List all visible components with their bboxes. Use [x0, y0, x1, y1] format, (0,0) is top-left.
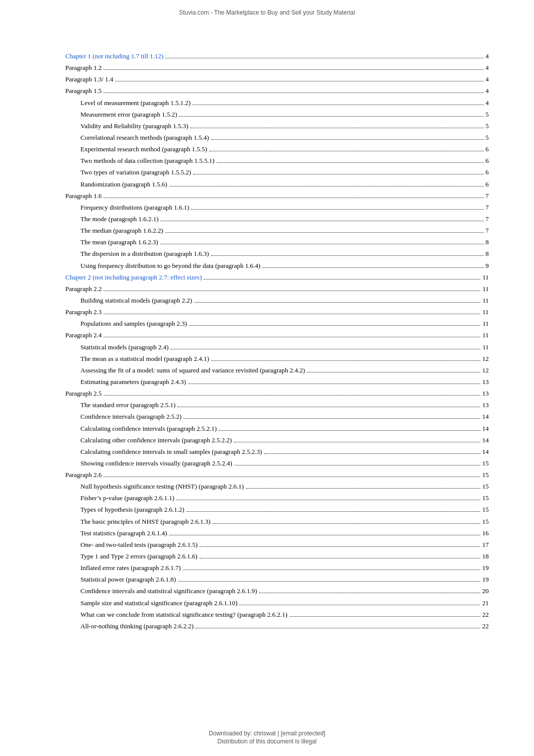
toc-dots: [290, 616, 480, 617]
toc-entry: Paragraph 2.211: [65, 284, 489, 294]
toc-dots: [165, 58, 484, 58]
toc-page: 12: [482, 365, 489, 375]
toc-entry: Confidence intervals (paragraph 2.5.2)14: [65, 412, 489, 422]
toc-dots: [213, 523, 480, 524]
toc-dots: [211, 360, 480, 361]
toc-entry: What can we conclude from statistical si…: [65, 610, 489, 620]
toc-dots: [104, 92, 483, 93]
toc-entry-text: Correlational research methods (paragrap…: [80, 133, 209, 143]
toc-entry: Building statistical models (paragraph 2…: [65, 296, 489, 306]
toc-entry: Test statistics (paragraph 2.6.1.4)16: [65, 528, 489, 538]
toc-dots: [104, 291, 480, 291]
toc-dots: [211, 255, 484, 256]
toc-page: 13: [482, 400, 489, 410]
toc-dots: [104, 198, 483, 198]
toc-dots: [189, 325, 481, 326]
toc-entry: All-or-nothing thinking (paragraph 2.6.2…: [65, 621, 489, 631]
toc-entry: Populations and samples (paragraph 2.3)1…: [65, 319, 489, 329]
toc-entry: The mode (paragraph 1.6.2.1)7: [65, 214, 489, 224]
footer-line2: Distribution of this document is illegal: [0, 738, 534, 745]
toc-page: 14: [482, 412, 489, 422]
toc-dots: [169, 186, 484, 186]
toc-entry-text: Confidence intervals and statistical sig…: [80, 586, 257, 596]
toc-entry: The mean as a statistical model (paragra…: [65, 354, 489, 364]
toc-page: 4: [486, 63, 489, 73]
toc-entry-text: Null hypothesis significance testing (NH…: [80, 482, 244, 492]
toc-dots: [104, 337, 480, 337]
toc-entry-text: Paragraph 2.4: [65, 330, 102, 340]
toc-entry-text: What can we conclude from statistical si…: [80, 610, 288, 620]
toc-entry: Level of measurement (paragraph 1.5.1.2)…: [65, 98, 489, 108]
toc-entry: The dispersion in a distribution (paragr…: [65, 249, 489, 259]
toc-entry: Paragraph 2.311: [65, 307, 489, 317]
toc-entry-text: All-or-nothing thinking (paragraph 2.6.2…: [80, 621, 194, 631]
footer-line1: Downloaded by: chriswat | [email protect…: [0, 730, 534, 737]
toc-entry-text: Assessing the fit of a model: sums of sq…: [80, 365, 305, 375]
toc-entry-text: Showing confidence intervals visually (p…: [80, 458, 232, 468]
toc-page: 15: [482, 505, 489, 515]
toc-page: 11: [482, 342, 489, 352]
toc-entry-text: Estimating parameters (paragraph 2.4.3): [80, 377, 186, 387]
toc-dots: [200, 558, 480, 558]
toc-dots: [234, 465, 480, 465]
toc-page: 13: [482, 389, 489, 399]
toc-entry: Frequency distributions (paragraph 1.6.1…: [65, 203, 489, 213]
toc-dots: [217, 162, 484, 163]
toc-entry-text: One- and two-tailed tests (paragraph 2.6…: [80, 540, 198, 550]
toc-container: Chapter 1 (not including 1.7 till 1.12)4…: [0, 21, 534, 663]
toc-entry: Null hypothesis significance testing (NH…: [65, 482, 489, 492]
toc-entry: Paragraph 2.615: [65, 470, 489, 480]
toc-entry: Experimental research method (paragraph …: [65, 144, 489, 154]
toc-page: 8: [486, 249, 489, 259]
toc-entry: Two methods of data collection (paragrap…: [65, 156, 489, 166]
toc-page: 15: [482, 517, 489, 527]
toc-page: 13: [482, 377, 489, 387]
toc-entry: Paragraph 1.67: [65, 191, 489, 201]
toc-entry: Statistical power (paragraph 2.6.1.8)19: [65, 575, 489, 585]
toc-dots: [219, 430, 480, 431]
toc-entry-text: Validity and Reliability (paragraph 1.5.…: [80, 121, 188, 131]
toc-dots: [178, 581, 480, 582]
toc-dots: [183, 570, 480, 570]
toc-page: 11: [482, 272, 489, 282]
toc-entry: Measurement error (paragraph 1.5.2)5: [65, 110, 489, 120]
toc-entry: The basic principles of NHST (paragraph …: [65, 517, 489, 527]
toc-page: 6: [486, 144, 489, 154]
toc-entry-text: Paragraph 2.6: [65, 470, 102, 480]
toc-dots: [307, 372, 480, 372]
toc-entry-text: Types of hypothesis (paragraph 2.6.1.2): [80, 505, 185, 515]
toc-dots: [193, 174, 483, 174]
toc-entry: Chapter 2 (not including paragraph 2.7: …: [65, 272, 489, 282]
toc-entry-text[interactable]: Chapter 1 (not including 1.7 till 1.12): [65, 51, 163, 61]
toc-entry-text: Building statistical models (paragraph 2…: [80, 296, 192, 306]
toc-dots: [184, 418, 480, 419]
toc-entry-text: Calculating other confidence intervals (…: [80, 435, 232, 445]
toc-link[interactable]: Chapter 2 (not including paragraph 2.7: …: [65, 273, 202, 281]
toc-page: 15: [482, 493, 489, 503]
toc-page: 22: [482, 610, 489, 620]
toc-entry: Correlational research methods (paragrap…: [65, 133, 489, 143]
toc-dots: [104, 477, 480, 477]
toc-page: 12: [482, 354, 489, 364]
toc-entry-text: Paragraph 2.2: [65, 284, 102, 294]
toc-link[interactable]: Chapter 1 (not including 1.7 till 1.12): [65, 52, 163, 60]
toc-entry-text: Experimental research method (paragraph …: [80, 144, 207, 154]
toc-page: 14: [482, 447, 489, 457]
toc-page: 19: [482, 575, 489, 585]
toc-page: 5: [486, 121, 489, 131]
toc-entry-text: Paragraph 1.3/ 1.4: [65, 74, 113, 84]
toc-entry-text[interactable]: Chapter 2 (not including paragraph 2.7: …: [65, 272, 202, 282]
toc-dots: [190, 128, 483, 128]
toc-entry: One- and two-tailed tests (paragraph 2.6…: [65, 540, 489, 550]
toc-dots: [165, 232, 484, 233]
toc-page: 4: [486, 51, 489, 61]
toc-page: 7: [486, 226, 489, 236]
toc-page: 15: [482, 458, 489, 468]
toc-page: 8: [486, 237, 489, 247]
toc-page: 11: [482, 284, 489, 294]
toc-entry: Types of hypothesis (paragraph 2.6.1.2)1…: [65, 505, 489, 515]
toc-page: 7: [486, 214, 489, 224]
toc-dots: [262, 267, 484, 268]
toc-entry: Sample size and statistical significance…: [65, 598, 489, 608]
toc-entry-text: Paragraph 2.5: [65, 389, 102, 399]
